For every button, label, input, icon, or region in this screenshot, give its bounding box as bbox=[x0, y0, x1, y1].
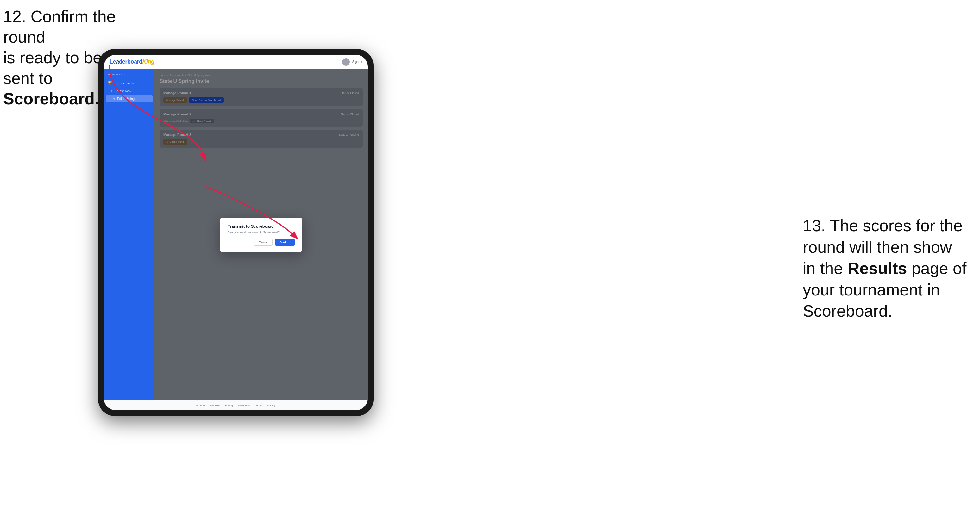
footer-link-terms[interactable]: Terms bbox=[255, 404, 262, 407]
sidebar-item-edit-existing[interactable]: ✎ Edit Existing bbox=[106, 95, 153, 103]
tablet-device: LeaderboardKing Sign In MAIN MENU 🏆 Tour… bbox=[98, 49, 374, 416]
modal-cancel-button[interactable]: Cancel bbox=[254, 239, 272, 246]
modal-title: Transmit to Scoreboard bbox=[228, 224, 295, 229]
annotation-bold: Scoreboard. bbox=[3, 89, 99, 108]
annotation-results-bold: Results bbox=[848, 259, 907, 278]
transmit-modal: Transmit to Scoreboard Ready to send thi… bbox=[220, 217, 302, 252]
sign-in-button[interactable]: Sign In bbox=[352, 60, 362, 63]
modal-confirm-button[interactable]: Confirm bbox=[275, 239, 295, 246]
sidebar-create-new-label: Create New bbox=[115, 89, 131, 93]
modal-actions: Cancel Confirm bbox=[228, 239, 295, 246]
app-header: LeaderboardKing Sign In bbox=[104, 55, 368, 69]
footer-link-features[interactable]: Features bbox=[210, 404, 220, 407]
user-avatar-icon bbox=[342, 58, 350, 66]
edit-icon: ✎ bbox=[113, 97, 115, 101]
trophy-icon: 🏆 bbox=[108, 81, 112, 85]
footer-link-product[interactable]: Product bbox=[196, 404, 205, 407]
modal-overlay: Transmit to Scoreboard Ready to send thi… bbox=[154, 69, 368, 400]
logo-area: LeaderboardKing bbox=[110, 59, 154, 65]
app-footer: Product Features Pricing Resources Terms… bbox=[104, 400, 368, 410]
footer-link-resources[interactable]: Resources bbox=[238, 404, 250, 407]
sidebar-item-tournaments[interactable]: 🏆 Tournaments bbox=[104, 78, 154, 87]
annotation-line2: is ready to be sent to bbox=[3, 48, 102, 87]
annotation-line1: 12. Confirm the round bbox=[3, 7, 116, 46]
sidebar-edit-existing-label: Edit Existing bbox=[117, 97, 135, 101]
app-body: MAIN MENU 🏆 Tournaments + Create New ✎ E… bbox=[104, 69, 368, 400]
header-right: Sign In bbox=[342, 58, 362, 66]
annotation-right-text: 13. The scores for the round will then s… bbox=[803, 216, 966, 320]
sidebar: MAIN MENU 🏆 Tournaments + Create New ✎ E… bbox=[104, 69, 154, 400]
main-content: Home / Tournaments / State U Spring Invi… bbox=[154, 69, 368, 400]
tablet-screen: LeaderboardKing Sign In MAIN MENU 🏆 Tour… bbox=[104, 55, 368, 410]
sidebar-item-create-new[interactable]: + Create New bbox=[104, 87, 154, 95]
footer-link-pricing[interactable]: Pricing bbox=[225, 404, 233, 407]
sidebar-tournaments-label: Tournaments bbox=[114, 81, 134, 85]
plus-icon: + bbox=[111, 89, 113, 93]
annotation-right: 13. The scores for the round will then s… bbox=[803, 215, 967, 322]
app-layout: LeaderboardKing Sign In MAIN MENU 🏆 Tour… bbox=[104, 55, 368, 410]
footer-link-privacy[interactable]: Privacy bbox=[267, 404, 275, 407]
modal-subtitle: Ready to send this round to Scoreboard? bbox=[228, 230, 295, 234]
main-menu-label: MAIN MENU bbox=[104, 73, 154, 78]
app-logo: LeaderboardKing bbox=[110, 59, 154, 65]
